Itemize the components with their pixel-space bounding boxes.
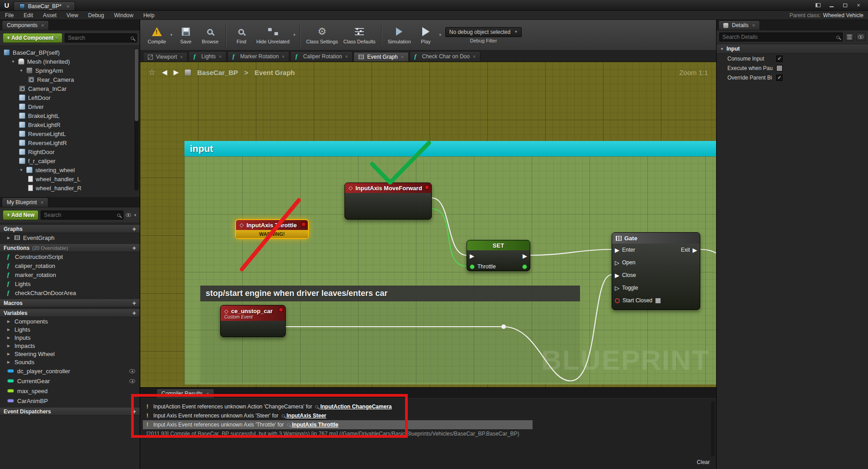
minimize-button[interactable] bbox=[826, 1, 837, 9]
tree-row[interactable]: BrakeLightR bbox=[0, 120, 140, 129]
compiler-tab-close-icon[interactable]: × bbox=[206, 391, 209, 396]
expander-icon[interactable]: ▼ bbox=[11, 60, 15, 64]
play-options-chevron-icon[interactable]: ▼ bbox=[439, 33, 442, 37]
close-input-pin[interactable]: ▶ bbox=[615, 272, 619, 278]
variable-item[interactable]: dc_player_controller bbox=[0, 366, 140, 376]
components-scrollbar[interactable] bbox=[134, 48, 139, 191]
variable-category[interactable]: ▶Components bbox=[0, 317, 140, 325]
graphs-section-header[interactable]: Graphs + bbox=[0, 225, 140, 233]
tree-row[interactable]: wheel_handler_L bbox=[0, 174, 140, 183]
add-graph-icon[interactable]: + bbox=[132, 225, 136, 233]
tab-details[interactable]: Details × bbox=[718, 20, 760, 30]
compiler-scrollbar[interactable] bbox=[711, 401, 715, 456]
tree-row[interactable]: LeftDoor bbox=[0, 93, 140, 102]
tab-close-icon[interactable]: × bbox=[345, 54, 348, 59]
myblueprint-search-input[interactable] bbox=[44, 212, 115, 218]
tree-row[interactable]: BrakeLightL bbox=[0, 111, 140, 120]
add-new-button[interactable]: + Add New bbox=[3, 210, 38, 220]
tree-row[interactable]: Camera_InCar bbox=[0, 84, 140, 93]
enter-input-pin[interactable]: ▶ bbox=[615, 247, 619, 253]
expander-icon[interactable]: ▶ bbox=[7, 328, 11, 332]
node-header[interactable]: ◇ce_unstop_car Custom Event bbox=[221, 305, 285, 321]
add-dispatcher-icon[interactable]: + bbox=[132, 408, 136, 415]
node-header[interactable]: ◇ InputAxis Throttle bbox=[236, 220, 308, 230]
tab-close-icon[interactable]: × bbox=[282, 54, 285, 59]
override-parent-binding-checkbox[interactable] bbox=[776, 75, 783, 81]
property-matrix-button[interactable] bbox=[845, 33, 854, 41]
variables-section-header[interactable]: Variables + bbox=[0, 309, 140, 317]
function-item[interactable]: fcaliper_rotation bbox=[0, 261, 140, 270]
graph-item-eventgraph[interactable]: ▶ EventGraph bbox=[0, 233, 140, 242]
favorite-star-icon[interactable]: ☆ bbox=[148, 67, 156, 77]
compile-options-chevron-icon[interactable]: ▼ bbox=[170, 33, 173, 37]
node-header[interactable]: ◇ InputAxis MoveForward bbox=[345, 183, 431, 193]
variable-category[interactable]: ▶Inputs bbox=[0, 333, 140, 342]
tab-event-graph[interactable]: Event Graph× bbox=[354, 52, 408, 61]
myblueprint-search[interactable] bbox=[41, 211, 123, 220]
tab-close-icon[interactable]: × bbox=[180, 55, 183, 60]
menu-help[interactable]: Help bbox=[138, 12, 160, 19]
expander-icon[interactable]: ▶ bbox=[7, 336, 11, 340]
tree-row[interactable]: BaseCar_BP(self) bbox=[0, 48, 140, 57]
exec-input-pin[interactable]: ▶ bbox=[470, 253, 474, 259]
save-button[interactable]: Save bbox=[174, 21, 198, 49]
start-closed-checkbox[interactable] bbox=[655, 298, 661, 304]
variable-item[interactable]: CarAnimBP bbox=[0, 396, 140, 406]
tab-caliper-rotation[interactable]: fCaliper Rotation× bbox=[290, 51, 353, 61]
simulation-button[interactable]: Simulation bbox=[385, 21, 413, 49]
components-search-input[interactable] bbox=[68, 35, 129, 41]
tab-viewport[interactable]: Viewport× bbox=[143, 52, 188, 61]
throttle-input-pin[interactable] bbox=[470, 264, 475, 269]
display-filter-button[interactable] bbox=[856, 33, 865, 41]
function-item[interactable]: fmarker_rotation bbox=[0, 270, 140, 279]
menu-view[interactable]: View bbox=[61, 12, 83, 19]
start-closed-bool-pin[interactable] bbox=[615, 298, 620, 303]
function-item[interactable]: fLights bbox=[0, 279, 140, 288]
exec-output-pin[interactable]: ▶ bbox=[523, 253, 527, 259]
variable-category[interactable]: ▶Impacts bbox=[0, 342, 140, 350]
node-inputaxis-throttle[interactable]: ◇ InputAxis Throttle ▷ Axis Value WARNIN… bbox=[235, 219, 309, 239]
node-gate[interactable]: Gate ▶Enter Exit▶ ▷Open ▶Close ▷Toggle S… bbox=[612, 232, 700, 310]
menu-debug[interactable]: Debug bbox=[83, 12, 109, 19]
view-options-eye-icon[interactable] bbox=[126, 213, 131, 217]
input-section-header[interactable]: ▼ Input bbox=[717, 44, 868, 54]
tree-row[interactable]: Rear_Camera bbox=[0, 75, 140, 84]
node-set-throttle[interactable]: SET ▶ ▶ Throttle bbox=[467, 240, 530, 271]
consume-input-checkbox[interactable] bbox=[776, 56, 783, 62]
asset-tab-close-icon[interactable]: × bbox=[66, 4, 69, 9]
breadcrumb-root[interactable]: BaseCar_BP bbox=[197, 69, 238, 76]
expander-icon[interactable]: ▼ bbox=[19, 69, 24, 73]
close-button[interactable]: × bbox=[853, 1, 864, 9]
tab-close-icon[interactable]: × bbox=[473, 54, 476, 59]
tree-row[interactable]: RightDoor bbox=[0, 147, 140, 156]
expander-icon[interactable]: ▶ bbox=[7, 319, 11, 324]
variable-category[interactable]: ▶Steering Wheel bbox=[0, 350, 140, 358]
compiler-result-row[interactable]: [2011.93] Compile of BaseCar_BP successf… bbox=[143, 429, 709, 438]
tab-compiler-results[interactable]: Compiler Results × bbox=[156, 389, 214, 398]
function-item[interactable]: fConstructionScript bbox=[0, 252, 140, 261]
compile-button[interactable]: Compile bbox=[145, 21, 169, 49]
menu-window[interactable]: Window bbox=[109, 12, 138, 19]
clear-button[interactable]: Clear bbox=[697, 459, 710, 465]
eye-off-icon[interactable] bbox=[129, 379, 135, 383]
breadcrumb-current[interactable]: Event Graph bbox=[255, 69, 295, 76]
expander-icon[interactable]: ▶ bbox=[7, 352, 11, 356]
menu-asset[interactable]: Asset bbox=[38, 12, 61, 19]
play-button[interactable]: Play bbox=[414, 21, 438, 49]
components-tab-close-icon[interactable]: × bbox=[41, 23, 44, 28]
exit-output-pin[interactable]: ▶ bbox=[693, 247, 697, 253]
function-item[interactable]: fcheckCharOnDoorArea bbox=[0, 288, 140, 297]
toggle-input-pin[interactable]: ▷ bbox=[615, 285, 619, 291]
variable-item[interactable]: max_speed bbox=[0, 386, 140, 396]
tree-row[interactable]: ▼Mesh (Inherited) bbox=[0, 57, 140, 66]
asset-tab[interactable]: BaseCar_BP* × bbox=[14, 1, 75, 10]
add-component-button[interactable]: + Add Component ▼ bbox=[3, 33, 62, 43]
my-blueprint-tab-close-icon[interactable]: × bbox=[41, 200, 43, 205]
menu-edit[interactable]: Edit bbox=[19, 12, 38, 19]
tree-row[interactable]: ▼SpringArm bbox=[0, 66, 140, 75]
compiler-warning-row[interactable]: ! Input Axis Event references unknown Ax… bbox=[143, 411, 709, 420]
compiler-link[interactable]: InputAction ChangeCamera bbox=[315, 403, 392, 410]
tree-row[interactable]: wheel_handler_R bbox=[0, 183, 140, 192]
scrollbar-thumb[interactable] bbox=[135, 49, 138, 121]
details-tab-close-icon[interactable]: × bbox=[752, 23, 755, 28]
